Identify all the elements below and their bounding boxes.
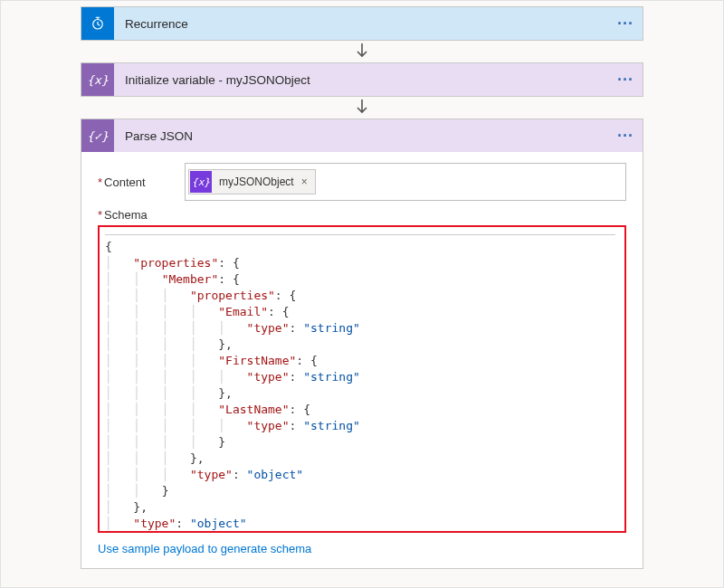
variable-icon: {x} xyxy=(81,63,114,96)
step-parse-json: {✓} Parse JSON ··· *Content {x} myJSONOb… xyxy=(81,119,643,569)
parse-json-icon: {✓} xyxy=(81,119,114,152)
content-label: *Content xyxy=(98,175,185,189)
dynamic-content-token[interactable]: {x} myJSONObject × xyxy=(188,169,316,194)
token-label: myJSONObject xyxy=(212,175,298,188)
use-sample-payload-link[interactable]: Use sample payload to generate schema xyxy=(98,542,626,555)
schema-editor[interactable]: { │ "properties": { │ │ "Member": { │ │ … xyxy=(98,225,626,533)
more-menu[interactable]: ··· xyxy=(608,63,643,96)
more-menu[interactable]: ··· xyxy=(608,7,643,40)
schema-label: *Schema xyxy=(98,208,626,222)
step-initialize-variable[interactable]: {x} Initialize variable - myJSONObject ·… xyxy=(81,62,643,97)
step-recurrence[interactable]: Recurrence ··· xyxy=(81,6,643,41)
variable-icon: {x} xyxy=(190,171,212,193)
connector-arrow xyxy=(355,99,369,117)
recurrence-icon xyxy=(81,7,114,40)
flow-designer-canvas: Recurrence ··· {x} Initialize variable -… xyxy=(0,0,724,588)
content-input[interactable]: {x} myJSONObject × xyxy=(185,163,626,201)
schema-code[interactable]: { │ "properties": { │ │ "Member": { │ │ … xyxy=(105,239,615,533)
remove-token-icon[interactable]: × xyxy=(298,175,315,188)
step-title: Initialize variable - myJSONObject xyxy=(114,63,608,96)
connector-arrow xyxy=(355,43,369,61)
step-header[interactable]: {✓} Parse JSON ··· xyxy=(81,119,643,152)
step-title: Recurrence xyxy=(114,7,608,40)
more-menu[interactable]: ··· xyxy=(608,119,643,152)
step-title: Parse JSON xyxy=(114,119,608,152)
